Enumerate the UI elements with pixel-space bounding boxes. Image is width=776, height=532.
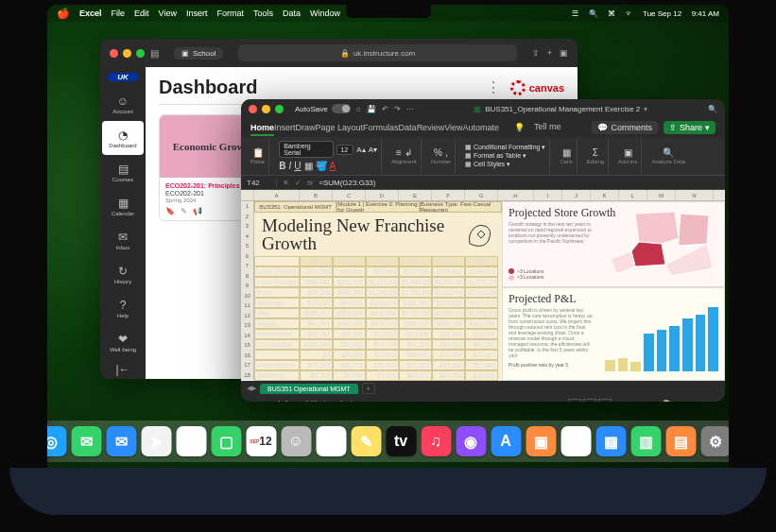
row-header[interactable]: 16 — [241, 351, 254, 361]
dock-reminders[interactable]: ≣ — [316, 426, 346, 456]
cell[interactable]: $314,509 — [465, 318, 498, 329]
cell[interactable]: $5,890 — [333, 370, 366, 381]
cell[interactable]: $11,588 — [366, 266, 399, 277]
menu-format[interactable]: Format — [216, 9, 244, 18]
font-size-select[interactable]: 12 — [336, 145, 354, 155]
autosave-toggle[interactable]: AutoSave — [295, 104, 351, 113]
col-header[interactable]: G — [465, 190, 498, 200]
accessibility-status[interactable]: ♿︎ Accessibility: Investigate — [277, 400, 355, 402]
search-icon[interactable]: 🔍 — [708, 105, 717, 113]
cell[interactable]: $0 — [300, 350, 333, 360]
table-row[interactable]: Construction$308,000$21,488$14,670$91,12… — [254, 339, 502, 350]
menu-tools[interactable]: Tools — [253, 9, 273, 18]
cell[interactable]: $1,167,589 — [399, 308, 432, 318]
cell[interactable]: $12,522 — [366, 329, 399, 339]
close-icon[interactable] — [249, 105, 257, 113]
cell[interactable]: $39,550 — [399, 350, 432, 360]
row-header[interactable]: 11 — [241, 300, 254, 311]
cell[interactable]: $79,530 — [300, 266, 333, 277]
cell[interactable]: $2,018,549 — [432, 287, 465, 298]
card-action-icon[interactable]: 🔖 — [165, 207, 175, 215]
cell[interactable]: $1,113,082 — [366, 277, 399, 287]
col-header[interactable]: L — [619, 190, 647, 200]
ribbon-tab-page-layout[interactable]: Page Layout — [316, 123, 364, 134]
maximize-icon[interactable] — [275, 105, 284, 113]
row-header[interactable]: 18 — [241, 370, 254, 381]
ribbon-tab-review[interactable]: Review — [417, 123, 445, 134]
cell[interactable]: $291,900 — [399, 318, 432, 329]
more-qat-icon[interactable]: ⋯ — [406, 105, 414, 113]
cell[interactable]: $39,918 — [366, 360, 399, 370]
dock-calendar[interactable]: SEP12 — [246, 426, 276, 456]
decrease-font-icon[interactable]: A▾ — [369, 146, 377, 154]
menu-insert[interactable]: Insert — [186, 9, 208, 18]
row-header[interactable]: 13 — [241, 320, 254, 331]
tabs-overview-icon[interactable]: ▣ — [560, 48, 568, 58]
row-header[interactable]: 14 — [241, 331, 254, 341]
minimize-icon[interactable] — [123, 49, 131, 58]
menubar-app[interactable]: Excel — [79, 9, 102, 18]
cell[interactable]: $149,034 — [366, 298, 399, 308]
sidebar-item-calendar[interactable]: ▦Calendar — [102, 189, 144, 223]
col-header[interactable]: N — [676, 190, 714, 200]
cell[interactable]: $91,583 — [465, 339, 498, 350]
dock-mail[interactable]: ✉ — [106, 426, 136, 456]
cell[interactable]: $2,010,090 — [465, 287, 498, 298]
cell[interactable]: $199,911 — [465, 266, 498, 277]
page-break-view-icon[interactable] — [598, 399, 612, 402]
dock-tv[interactable]: tv — [386, 426, 416, 456]
dock-keynote[interactable]: ▦ — [595, 426, 626, 456]
collapse-sidebar-button[interactable]: |← — [102, 363, 144, 376]
ribbon-tab-automate[interactable]: Automate — [463, 123, 500, 134]
cell[interactable]: $21,488 — [333, 339, 366, 350]
increase-font-icon[interactable]: A▴ — [356, 146, 365, 154]
cell[interactable]: $89,545 — [432, 339, 465, 350]
cell[interactable]: $308,000 — [300, 339, 333, 350]
cell[interactable]: $356,506 — [333, 308, 366, 318]
cell[interactable]: $297,319 — [465, 298, 498, 308]
cell[interactable]: $258,630 — [432, 298, 465, 308]
underline-icon[interactable]: U — [294, 161, 301, 171]
dock-books[interactable]: ▣ — [526, 426, 556, 456]
col-header[interactable]: D — [366, 190, 399, 200]
cell[interactable]: $20,650 — [333, 350, 366, 360]
cell[interactable]: $2,071,628 — [465, 277, 498, 287]
menu-view[interactable]: View — [159, 9, 177, 18]
dock-maps[interactable]: ➤ — [141, 426, 171, 456]
col-header[interactable]: H — [498, 190, 534, 200]
sidebar-item-well-being[interactable]: ❤Well-being — [102, 325, 144, 359]
cell[interactable]: $10,300 — [300, 329, 333, 339]
dock-appstore[interactable]: A — [491, 426, 521, 456]
cell[interactable]: $11,956 — [333, 329, 366, 339]
ribbon-paste[interactable]: 📋 Paste — [247, 139, 269, 173]
cell[interactable]: $841,340 — [333, 287, 366, 298]
ribbon-tab-draw[interactable]: Draw — [296, 123, 316, 134]
cell[interactable]: $141,607 — [333, 318, 366, 329]
row-header[interactable]: 6 — [241, 251, 254, 262]
cell[interactable]: $582,041 — [300, 277, 333, 287]
sidebar-item-dashboard[interactable]: ◔Dashboard — [102, 121, 144, 155]
save-icon[interactable]: 💾 — [367, 105, 376, 113]
cell[interactable]: $13,848 — [399, 329, 432, 339]
ribbon-tab-insert[interactable]: Insert — [274, 123, 296, 134]
table-row[interactable]: Labor (Salary)$79,530$90,164$11,588$157,… — [254, 266, 502, 277]
cell[interactable]: $84,823 — [333, 298, 366, 308]
cell[interactable]: $14,670 — [366, 339, 399, 350]
fx-icon[interactable]: fx — [307, 179, 313, 187]
ribbon-alignment[interactable]: ≡ ↲ Alignment — [388, 139, 422, 173]
dashboard-menu-icon[interactable]: ⋮ — [486, 78, 501, 96]
cell[interactable]: $1,654,092 — [432, 277, 465, 287]
cell[interactable]: $916,015 — [333, 277, 366, 287]
menu-data[interactable]: Data — [283, 9, 301, 18]
dock-contacts[interactable]: ☺ — [281, 426, 311, 456]
fill-color-icon[interactable]: 🪣 — [316, 161, 327, 171]
col-header[interactable]: A — [254, 190, 300, 200]
row-header[interactable]: 5 — [241, 241, 254, 251]
confirm-icon[interactable]: ✓ — [295, 179, 302, 187]
row-header[interactable]: 10 — [241, 291, 254, 301]
dock-notes[interactable]: ✎ — [351, 426, 381, 456]
menu-window[interactable]: Window — [310, 9, 340, 18]
cell[interactable]: $5,055 — [366, 370, 399, 381]
menubar-date[interactable]: Tue Sep 12 — [643, 9, 681, 18]
ribbon-number[interactable]: %, Number — [427, 139, 456, 173]
